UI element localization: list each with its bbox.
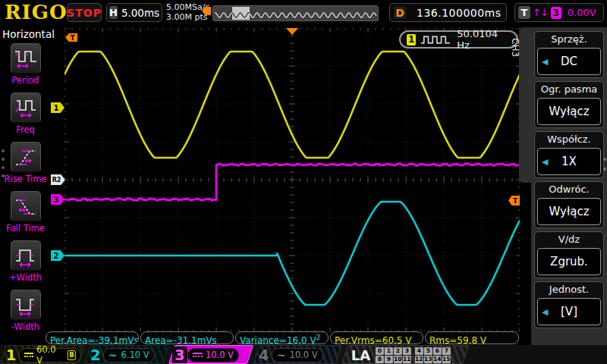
- menu-item-label: +Width: [0, 272, 51, 283]
- menu-item-pos-width[interactable]: +Width: [0, 240, 51, 288]
- waveform-memory-preview[interactable]: [212, 5, 379, 21]
- menu-item-period[interactable]: Period: [0, 43, 51, 91]
- menu-volts-per-div[interactable]: V/dz Zgrub.: [534, 231, 604, 278]
- trigger-status-box[interactable]: T ↑↓ 3 0.00V: [514, 3, 604, 22]
- ref2-offset-marker[interactable]: R2: [51, 174, 65, 185]
- delay-value: 136.100000ms: [417, 7, 502, 19]
- menu-item-label: Freq: [0, 124, 51, 135]
- left-menu-title: Horizontal: [0, 26, 51, 40]
- measurement-rms: Rms=59.8 V: [425, 331, 519, 344]
- period-icon: [13, 46, 39, 71]
- ch4-number: 4: [256, 347, 272, 363]
- timebase-value: 5.00ms: [121, 7, 159, 19]
- delay-icon: D: [394, 6, 406, 19]
- memory-preview-sine-icon: [213, 6, 378, 20]
- menu-page-dots: [2, 149, 5, 183]
- chevron-left-icon: ◀: [542, 157, 548, 167]
- menu-invert[interactable]: Odwróc. Wyłącz: [534, 181, 604, 228]
- trigger-slope-icon: ↑↓: [533, 7, 548, 18]
- run-state-badge[interactable]: STOP: [67, 3, 102, 22]
- waveform-display: [64, 28, 520, 331]
- ch2-number: 2: [88, 347, 103, 363]
- plus-width-icon: [13, 243, 39, 268]
- rise-time-icon: [13, 144, 39, 170]
- dc-coupling-icon: [193, 353, 203, 357]
- menu-item-rise-time[interactable]: Rise Time: [0, 142, 51, 190]
- run-state-label: STOP: [67, 7, 102, 19]
- ac-coupling-icon: ~: [277, 351, 286, 359]
- digital-channel-indicators: 0123 4567 891011 12131415: [375, 347, 451, 363]
- ch2-status[interactable]: 2 ~ 6.10 V: [84, 345, 169, 364]
- minus-width-icon: [13, 292, 39, 318]
- counter-source-badge: 1: [407, 34, 416, 46]
- square-wave-icon: [420, 34, 451, 45]
- trigger-position-icon[interactable]: [286, 28, 298, 35]
- horizontal-timebase-box[interactable]: H 5.00ms: [106, 3, 162, 22]
- menu-unit[interactable]: Jednost. ◀ [V]: [534, 281, 604, 328]
- ch3-scale: 10.0 V: [206, 350, 234, 360]
- h-key-icon: H: [109, 6, 118, 19]
- la-status[interactable]: LA 0123 4567 891011 12131415: [341, 345, 469, 364]
- frequency-counter: 1 50.0104 Hz: [399, 30, 518, 49]
- bandwidth-limit-icon: B: [68, 350, 76, 359]
- ch2-offset-marker[interactable]: 2: [51, 250, 64, 261]
- menu-item-freq[interactable]: Freq: [0, 93, 51, 140]
- chevron-left-icon: ◀: [542, 57, 548, 67]
- menu-coupling[interactable]: Sprzęż. ◀ DC: [534, 31, 604, 78]
- delay-position-box[interactable]: D 136.100000ms: [389, 3, 507, 22]
- menu-item-neg-width[interactable]: -Width: [0, 290, 51, 337]
- freq-icon: [13, 95, 39, 121]
- ch2-burst: [64, 202, 520, 305]
- ch3-number: 3: [172, 347, 187, 363]
- la-label: LA: [351, 347, 370, 362]
- horizontal-measure-menu: Horizontal Period Freq Rise Tim: [0, 26, 51, 344]
- panel-page-dots: [603, 158, 606, 177]
- dc-coupling-icon: [24, 353, 34, 357]
- fall-time-icon: [13, 193, 39, 219]
- ch3-status-selected[interactable]: 3 10.0 V: [168, 345, 253, 364]
- oscilloscope-screen: RIGOL STOP H 5.00ms 5.00MSa/s 3.00M pts …: [0, 0, 607, 364]
- ch1-offset-marker[interactable]: 1: [51, 102, 64, 113]
- menu-item-label: Period: [0, 75, 51, 86]
- menu-item-label: -Width: [0, 322, 51, 332]
- channel-menu-panel: Sprzęż. ◀ DC Ogr. pasma Wyłącz Współcz. …: [531, 27, 607, 346]
- graticule-area: T T 1 50.0104 Hz: [64, 28, 520, 331]
- channel-menu-tab-label: CH3: [510, 38, 521, 57]
- menu-item-label: Fall Time: [0, 223, 51, 234]
- chevron-left-icon: ◀: [542, 307, 548, 317]
- menu-probe-ratio[interactable]: Współcz. ◀ 1X: [534, 131, 604, 178]
- ch4-scale: 10.0 V: [290, 350, 318, 360]
- counter-value: 50.0104 Hz: [457, 28, 511, 51]
- measurement-per-area: Per.Area=-39.1mVs: [46, 331, 139, 344]
- ch1-scale: 60.0 V: [36, 344, 64, 364]
- ch3-offset-marker[interactable]: 3: [51, 194, 64, 205]
- menu-item-label: Rise Time: [0, 174, 51, 184]
- trigger-key-icon: T: [518, 6, 530, 19]
- ch1-number: 1: [4, 347, 19, 363]
- measurement-per-vrms: Per.Vrms=60.5 V: [330, 331, 423, 344]
- measurement-variance: Variance=16.0 V2: [235, 331, 329, 344]
- trigger-source-badge: 3: [551, 7, 561, 19]
- trigger-level-value: 0.00V: [568, 7, 596, 18]
- ch4-status[interactable]: 4 ~ 10.0 V: [253, 345, 342, 364]
- measurement-area: Area=-31.1mVs: [140, 331, 234, 344]
- menu-item-fall-time[interactable]: Fall Time: [0, 191, 51, 239]
- channel-status-bar: 1 60.0 V B 2 ~ 6.10 V 3: [0, 345, 607, 364]
- memory-depth: 3.00M pts: [166, 12, 209, 22]
- ch2-scale: 6.10 V: [121, 350, 149, 360]
- menu-bandwidth-limit[interactable]: Ogr. pasma Wyłącz: [534, 81, 604, 128]
- ch1-status[interactable]: 1 60.0 V B: [0, 345, 85, 364]
- ac-coupling-icon: ~: [109, 351, 118, 359]
